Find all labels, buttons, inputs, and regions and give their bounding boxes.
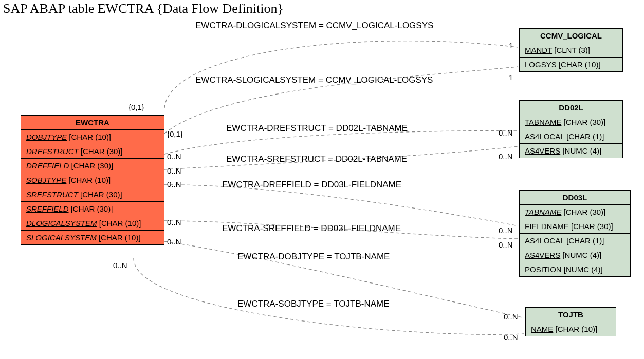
entity-ewctra-header: EWCTRA [21,116,164,130]
field-name: SLOGICALSYSTEM [26,233,97,242]
field-type: [CHAR (30)] [80,190,122,199]
field-name: FIELDNAME [525,222,569,231]
entity-tojtb: TOJTB NAME [CHAR (10)] [525,307,616,336]
cardinality: 0..N [167,166,181,175]
entity-ccmv-logical: CCMV_LOGICAL MANDT [CLNT (3)] LOGSYS [CH… [519,28,623,72]
cardinality: 1 [509,73,513,82]
field-name: AS4VERS [525,146,560,155]
cardinality: 0..N [499,128,513,137]
field-type: [CHAR (30)] [81,147,123,156]
field-type: [CHAR (30)] [564,118,606,126]
field-type: [CHAR (10)] [69,176,111,184]
cardinality: {0,1} [167,129,183,138]
relation-label: EWCTRA-DREFSTRUCT = DD02L-TABNAME [226,123,408,134]
relation-label: EWCTRA-SREFFIELD = DD03L-FIELDNAME [222,223,401,234]
field-name: DREFFIELD [26,161,69,170]
field-name: AS4LOCAL [525,132,564,141]
field-name: SREFSTRUCT [26,190,78,199]
entity-ewctra: EWCTRA DOBJTYPE [CHAR (10)] DREFSTRUCT [… [21,115,164,245]
relation-label: EWCTRA-SREFSTRUCT = DD02L-TABNAME [226,154,407,164]
field-type: [CHAR (10)] [99,219,141,228]
entity-dd02l: DD02L TABNAME [CHAR (30)] AS4LOCAL [CHAR… [519,100,623,158]
field-name: LOGSYS [525,60,557,69]
field-name: DOBJTYPE [26,133,67,141]
field-type: [CHAR (1)] [566,236,604,245]
relation-label: EWCTRA-DREFFIELD = DD03L-FIELDNAME [222,180,401,190]
cardinality: 0..N [167,180,181,188]
entity-dd03l: DD03L TABNAME [CHAR (30)] FIELDNAME [CHA… [519,190,631,277]
field-name: DREFSTRUCT [26,147,79,156]
cardinality: 0..N [167,237,181,246]
field-type: [CHAR (10)] [559,60,601,69]
entity-tojtb-header: TOJTB [526,308,616,322]
cardinality: 0..N [504,333,518,342]
entity-ccmv-header: CCMV_LOGICAL [520,29,622,43]
field-name: TABNAME [525,118,561,126]
cardinality: 0..N [167,218,181,226]
field-name: SOBJTYPE [26,176,66,184]
cardinality: 0..N [499,226,513,235]
field-type: [CHAR (10)] [556,325,598,333]
cardinality: 1 [509,41,513,50]
field-name: POSITION [525,265,562,274]
cardinality: {0,1} [128,103,144,111]
cardinality: 0..N [504,312,518,321]
entity-dd02l-header: DD02L [520,101,622,115]
cardinality: 0..N [113,261,127,270]
field-type: [NUMC (4)] [562,146,601,155]
field-type: [CHAR (10)] [99,233,141,242]
relation-label: EWCTRA-SLOGICALSYSTEM = CCMV_LOGICAL-LOG… [195,75,433,85]
field-type: [CHAR (10)] [69,133,111,141]
field-type: [NUMC (4)] [562,251,601,259]
field-name: NAME [531,325,553,333]
field-type: [CHAR (30)] [564,207,606,216]
field-name: AS4LOCAL [525,236,564,245]
page-title: SAP ABAP table EWCTRA {Data Flow Definit… [3,1,284,16]
field-name: TABNAME [525,207,561,216]
cardinality: 0..N [499,240,513,249]
field-type: [CHAR (30)] [71,161,114,170]
field-name: MANDT [525,46,552,54]
field-name: DLOGICALSYSTEM [26,219,97,228]
field-name: AS4VERS [525,251,560,259]
relation-label: EWCTRA-DOBJTYPE = TOJTB-NAME [237,252,390,262]
field-type: [CHAR (30)] [571,222,613,231]
relation-label: EWCTRA-SOBJTYPE = TOJTB-NAME [237,299,390,309]
relation-label: EWCTRA-DLOGICALSYSTEM = CCMV_LOGICAL-LOG… [195,21,433,31]
field-type: [NUMC (4)] [564,265,603,274]
field-type: [CLNT (3)] [554,46,590,54]
field-type: [CHAR (1)] [566,132,604,141]
cardinality: 0..N [167,152,181,161]
cardinality: 0..N [499,152,513,161]
field-type: [CHAR (30)] [71,204,113,213]
field-name: SREFFIELD [26,204,69,213]
entity-dd03l-header: DD03L [520,191,630,205]
